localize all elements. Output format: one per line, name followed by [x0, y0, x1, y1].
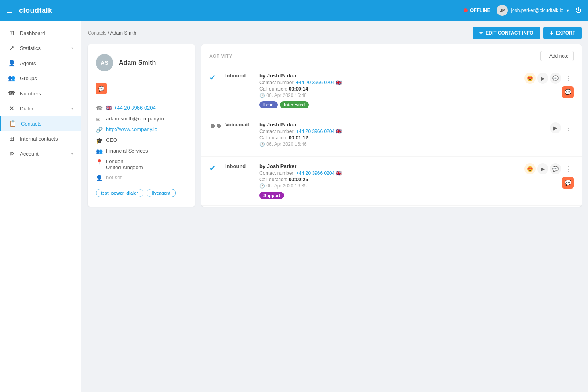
- user-menu[interactable]: JP josh.parker@cloudtalk.io ▾: [497, 5, 569, 16]
- clock-icon: 🕐: [259, 183, 265, 188]
- breadcrumb-parent[interactable]: Contacts: [88, 30, 106, 36]
- activity-details: by Josh Parker Contact number: +44 20 39…: [259, 73, 518, 108]
- transcript-button[interactable]: 💬: [550, 163, 561, 174]
- website-link[interactable]: http://www.company.io: [106, 126, 157, 132]
- contact-number-link[interactable]: +44 20 3966 0204: [296, 170, 335, 176]
- numbers-icon: ☎: [8, 90, 15, 97]
- location-icon: 📍: [96, 159, 102, 165]
- activity-header: ACTIVITY + Add note: [201, 44, 582, 66]
- avatar: JP: [497, 5, 508, 16]
- export-button-label: EXPORT: [556, 30, 575, 36]
- phone-icon: ☎: [96, 105, 102, 112]
- activity-details: by Josh Parker Contact number: +44 20 39…: [259, 163, 518, 199]
- inbound-icon: ✔: [209, 73, 219, 82]
- link-icon: 🔗: [96, 127, 102, 133]
- sidebar-item-label: Dashboard: [20, 30, 45, 36]
- sidebar-item-dashboard[interactable]: ⊞ Dashboard: [0, 25, 81, 41]
- tag-chip-0[interactable]: test_power_dialer: [96, 189, 143, 197]
- sidebar-item-contacts[interactable]: 📋 Contacts: [0, 116, 81, 131]
- activity-type-label: Voicemail: [225, 122, 253, 127]
- voicemail-icon: ⏺⏺: [209, 122, 219, 129]
- email-icon: ✉: [96, 116, 102, 122]
- edit-contact-button[interactable]: ✏ EDIT CONTACT INFO: [473, 27, 540, 39]
- clock-icon: 🕐: [259, 93, 265, 98]
- contact-info-list: ☎ 🇬🇧 +44 20 3966 0204 ✉ adam.smith@compa…: [96, 105, 187, 181]
- contact-card: AS Adam Smith 💬 ☎ 🇬🇧 +44 20 3966 0204 ✉: [88, 44, 195, 207]
- hamburger-menu[interactable]: ☰: [6, 6, 13, 15]
- top-navigation: ☰ cloudtalk OFFLINE JP josh.parker@cloud…: [0, 0, 588, 21]
- sidebar-item-internal-contacts[interactable]: ⊞ Internal contacts: [0, 131, 81, 146]
- divider: [96, 100, 187, 100]
- contact-number-row: Contact number: +44 20 3966 0204 🇬🇧: [259, 129, 544, 134]
- activity-panel: ACTIVITY + Add note ✔ Inbound by Josh Pa…: [201, 44, 582, 207]
- agent-label: by Josh Parker: [259, 163, 518, 169]
- pencil-icon: ✏: [479, 30, 483, 36]
- contact-number-row: Contact number: +44 20 3966 0204 🇬🇧: [259, 80, 518, 85]
- breadcrumb: Contacts / Adam Smith: [88, 30, 136, 36]
- play-button[interactable]: ▶: [537, 163, 548, 174]
- offline-dot: [464, 8, 468, 12]
- contact-name: Adam Smith: [119, 59, 156, 66]
- contact-number-row: Contact number: +44 20 3966 0204 🇬🇧: [259, 170, 518, 176]
- avatar: AS: [96, 54, 113, 71]
- agent-label: by Josh Parker: [259, 73, 518, 79]
- more-options-button[interactable]: ⋮: [563, 122, 574, 133]
- play-button[interactable]: ▶: [537, 73, 548, 84]
- status-badge[interactable]: OFFLINE: [464, 8, 490, 13]
- sidebar-item-label: Numbers: [20, 91, 41, 97]
- add-note-button[interactable]: + Add note: [540, 51, 574, 61]
- chevron-down-icon: ▾: [567, 8, 569, 13]
- sidebar-item-label: Statistics: [20, 45, 41, 51]
- phone-number[interactable]: 🇬🇧 +44 20 3966 0204: [106, 105, 156, 111]
- owner-icon: 👤: [96, 175, 102, 181]
- tag-chip-1[interactable]: liveagent: [147, 189, 176, 197]
- sidebar-item-agents[interactable]: 👤 Agents: [0, 56, 81, 71]
- duration-value: 00:00:14: [289, 86, 308, 92]
- title-value: CEO: [106, 137, 117, 143]
- badge-support: Support: [259, 192, 284, 199]
- more-options-button[interactable]: ⋮: [563, 73, 574, 84]
- main-content: Contacts / Adam Smith ✏ EDIT CONTACT INF…: [81, 21, 588, 392]
- speech-bubble-button[interactable]: 💬: [562, 86, 574, 98]
- emoji-button[interactable]: 😍: [524, 73, 536, 84]
- activity-type-label: Inbound: [225, 73, 253, 79]
- transcript-button[interactable]: 💬: [550, 73, 561, 84]
- play-button[interactable]: ▶: [550, 122, 561, 133]
- content-area: AS Adam Smith 💬 ☎ 🇬🇧 +44 20 3966 0204 ✉: [88, 44, 582, 207]
- internal-contacts-icon: ⊞: [8, 135, 15, 142]
- duration-row: Call duration: 00:01:12: [259, 135, 544, 141]
- title-row: 🎓 CEO: [96, 137, 187, 144]
- sidebar-item-label: Contacts: [21, 121, 41, 127]
- location-row: 📍 London United Kingdom: [96, 158, 187, 170]
- statistics-icon: ↗: [8, 44, 15, 52]
- sidebar-item-label: Account: [20, 151, 39, 157]
- sidebar-item-groups[interactable]: 👥 Groups: [0, 71, 81, 86]
- chevron-down-icon: ▾: [71, 46, 73, 50]
- contacts-icon: 📋: [9, 120, 16, 127]
- contact-number-link[interactable]: +44 20 3966 0204: [296, 129, 335, 134]
- contact-number-link[interactable]: +44 20 3966 0204: [296, 80, 335, 85]
- user-email: josh.parker@cloudtalk.io: [511, 8, 563, 13]
- badges-row: Support: [259, 192, 518, 199]
- company-icon: 👥: [96, 148, 102, 154]
- tags-row: test_power_dialer liveagent: [96, 189, 187, 197]
- sidebar-item-account[interactable]: ⚙ Account ▾: [0, 146, 81, 161]
- sidebar-item-statistics[interactable]: ↗ Statistics ▾: [0, 41, 81, 56]
- speech-bubble-button[interactable]: 💬: [562, 177, 574, 189]
- title-icon: 🎓: [96, 137, 102, 144]
- breadcrumb-row: Contacts / Adam Smith ✏ EDIT CONTACT INF…: [88, 27, 582, 39]
- power-icon[interactable]: ⏻: [575, 7, 582, 14]
- dialer-icon: ✕: [8, 105, 15, 112]
- owner-value: not set: [106, 174, 122, 180]
- badge-lead: Lead: [259, 101, 278, 108]
- action-buttons: ✏ EDIT CONTACT INFO ⬇ EXPORT: [473, 27, 582, 39]
- sidebar-item-dialer[interactable]: ✕ Dialer ▾: [0, 101, 81, 116]
- sidebar-item-numbers[interactable]: ☎ Numbers: [0, 86, 81, 101]
- emoji-button[interactable]: 😍: [524, 163, 536, 174]
- inbound-icon: ✔: [209, 164, 219, 173]
- phone-row: ☎ 🇬🇧 +44 20 3966 0204: [96, 105, 187, 112]
- export-button[interactable]: ⬇ EXPORT: [543, 27, 582, 39]
- agents-icon: 👤: [8, 60, 15, 67]
- more-options-button[interactable]: ⋮: [563, 163, 574, 174]
- sidebar-item-label: Internal contacts: [20, 136, 58, 142]
